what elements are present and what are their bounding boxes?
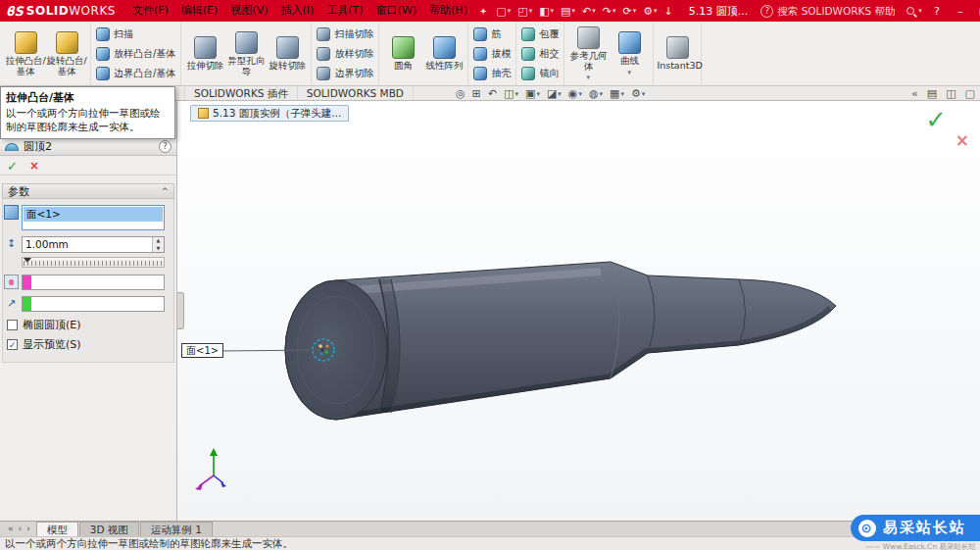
minimize-button[interactable]: – — [952, 5, 969, 18]
menu-view[interactable]: 视图(V) — [224, 0, 273, 22]
split-pane-icon[interactable]: ◫ — [946, 87, 956, 100]
menu-pin-icon[interactable]: ✦ — [474, 6, 492, 17]
tab-motion-study[interactable]: 运动算例 1 — [140, 522, 213, 536]
distance-input[interactable]: 1.00mm ▲ ▼ — [22, 236, 165, 253]
section-view-icon[interactable]: ◫▾ — [504, 87, 518, 101]
menu-insert[interactable]: 插入(I) — [274, 0, 319, 22]
watermark-subtext: —— Www.Easck.Cn 易采站长站 — [851, 542, 980, 550]
window-pane-icon[interactable]: ▢ — [965, 87, 975, 100]
distance-value[interactable]: 1.00mm — [23, 237, 152, 252]
apply-scene-icon[interactable]: ▦▾ — [610, 87, 624, 101]
dome-icon — [5, 143, 19, 151]
instant3d-button[interactable]: Instant3D — [657, 33, 698, 75]
tab-3d-views[interactable]: 3D 视图 — [79, 522, 139, 536]
constraint-selection-field[interactable] — [22, 275, 165, 290]
fillet-button[interactable]: 圆角 — [382, 33, 423, 75]
download-icon[interactable]: ↓ — [662, 5, 676, 18]
new-document-icon[interactable]: ▢▾ — [493, 5, 514, 18]
show-preview-checkbox[interactable]: ✓ — [7, 339, 18, 350]
cancel-button[interactable]: × — [29, 159, 39, 173]
hide-show-items-icon[interactable]: ◉▾ — [568, 87, 582, 101]
confirm-button[interactable]: ✓ — [7, 159, 18, 174]
collapse-panel-icon[interactable]: « — [911, 87, 918, 100]
previous-view-icon[interactable]: ↶ — [488, 87, 497, 101]
extruded-cut-button[interactable]: 拉伸切除 — [184, 33, 225, 75]
wrap-button[interactable]: 包覆 — [519, 25, 561, 44]
revolved-cut-button[interactable]: 旋转切除 — [267, 33, 308, 75]
document-tab[interactable]: 5.13 圆顶实例（子弹头建... — [190, 105, 349, 122]
menu-tools[interactable]: 工具(T) — [320, 0, 368, 22]
save-icon[interactable]: ◧▾ — [536, 5, 557, 18]
undo-icon[interactable]: ↶▾ — [579, 5, 599, 18]
hole-wizard-button[interactable]: 异型孔向导 — [225, 28, 267, 79]
lofted-boss-button[interactable]: 放样凸台/基体 — [94, 45, 177, 64]
rib-button[interactable]: 筋 — [471, 25, 503, 44]
swept-cut-button[interactable]: 扫描切除 — [315, 25, 375, 44]
lofted-cut-button[interactable]: 放样切除 — [315, 45, 375, 64]
elliptical-dome-checkbox[interactable] — [7, 320, 18, 330]
zoom-fit-icon[interactable]: ◎ — [456, 87, 466, 101]
help-icon[interactable]: ? — [159, 140, 172, 153]
viewport-confirm-button[interactable]: ✓ — [925, 105, 947, 134]
boundary-boss-button[interactable]: 边界凸台/基体 — [94, 65, 177, 83]
curves-icon — [618, 31, 641, 54]
elliptical-dome-option[interactable]: 椭圆圆顶(E) — [7, 318, 172, 332]
help-button[interactable]: ? — [928, 5, 946, 18]
model-canvas[interactable] — [177, 101, 980, 521]
tab-sw-addins[interactable]: SOLIDWORKS 插件 — [185, 86, 298, 100]
search-input[interactable] — [777, 5, 903, 17]
extruded-cut-icon — [194, 36, 217, 59]
face-selection-box[interactable]: 面<1> — [22, 205, 165, 230]
distance-spinner[interactable]: ▲ ▼ — [152, 237, 164, 252]
menu-window[interactable]: 窗口(W) — [370, 0, 422, 22]
face-callout[interactable]: 面<1> — [181, 343, 223, 358]
draft-button[interactable]: 拔模 — [471, 45, 513, 64]
search-icon[interactable] — [906, 7, 914, 15]
maximize-button[interactable]: ▢ — [975, 5, 980, 18]
options-gear-icon[interactable]: ⚙▾ — [640, 5, 660, 18]
edit-appearance-icon[interactable]: ◍▾ — [589, 87, 603, 101]
view-orientation-icon[interactable]: ▣▾ — [525, 87, 540, 101]
distance-slider[interactable] — [22, 257, 165, 268]
open-icon[interactable]: ◰▾ — [514, 5, 535, 18]
tab-model[interactable]: 模型 — [36, 522, 78, 536]
rebuild-icon[interactable]: ⟳▾ — [619, 5, 639, 18]
button-label: 拉伸凸台/基体 — [5, 56, 46, 76]
curves-button[interactable]: 曲线 ▾ — [609, 28, 650, 79]
menu-file[interactable]: 文件(F) — [126, 0, 174, 22]
menu-help[interactable]: 帮助(H) — [423, 0, 473, 22]
graphics-area[interactable]: 5.13 圆顶实例（子弹头建... ✓ × — [177, 101, 980, 521]
swept-boss-button[interactable]: 扫描 — [94, 25, 135, 44]
spin-down-icon[interactable]: ▼ — [153, 245, 164, 253]
spin-up-icon[interactable]: ▲ — [153, 237, 164, 245]
scroll-left-icon[interactable]: ‹ — [19, 524, 23, 533]
task-pane-icon[interactable]: ▤ — [927, 87, 937, 100]
help-search[interactable]: ? ▾ — [760, 5, 922, 18]
ribbon-group-reference: 参考几何体 ▾ 曲线 ▾ — [564, 23, 654, 85]
scroll-first-icon[interactable]: « — [8, 524, 14, 533]
direction-selection-field[interactable] — [22, 296, 165, 312]
shell-button[interactable]: 抽壳 — [471, 65, 513, 83]
intersect-button[interactable]: 相交 — [519, 45, 561, 64]
boundary-cut-button[interactable]: 边界切除 — [315, 65, 375, 83]
linear-pattern-button[interactable]: 线性阵列 — [423, 33, 465, 75]
reference-geometry-button[interactable]: 参考几何体 ▾ — [567, 24, 609, 84]
mirror-button[interactable]: 镜向 — [519, 65, 561, 83]
print-icon[interactable]: ▤▾ — [558, 5, 578, 18]
scroll-right-icon[interactable]: › — [26, 524, 30, 533]
panel-splitter[interactable] — [177, 292, 184, 329]
extruded-boss-button[interactable]: 拉伸凸台/基体 — [5, 28, 46, 79]
viewport-cancel-button[interactable]: × — [956, 130, 969, 150]
redo-icon[interactable]: ↷▾ — [600, 5, 619, 18]
revolved-boss-button[interactable]: 旋转凸台/基体 — [46, 28, 87, 79]
menu-edit[interactable]: 编辑(E) — [175, 0, 224, 22]
search-caret-icon[interactable]: ▾ — [918, 7, 922, 15]
show-preview-option[interactable]: ✓ 显示预览(S) — [7, 337, 172, 352]
parameters-group-header[interactable]: 参数 ^ — [2, 183, 174, 199]
selected-face-item[interactable]: 面<1> — [24, 207, 163, 222]
view-settings-icon[interactable]: ⚙▾ — [631, 87, 645, 101]
display-style-icon[interactable]: ◪▾ — [547, 87, 562, 101]
collapse-chevron-icon[interactable]: ^ — [161, 186, 169, 196]
tab-sw-mbd[interactable]: SOLIDWORKS MBD — [298, 86, 414, 100]
zoom-area-icon[interactable]: ⊞ — [472, 87, 481, 101]
